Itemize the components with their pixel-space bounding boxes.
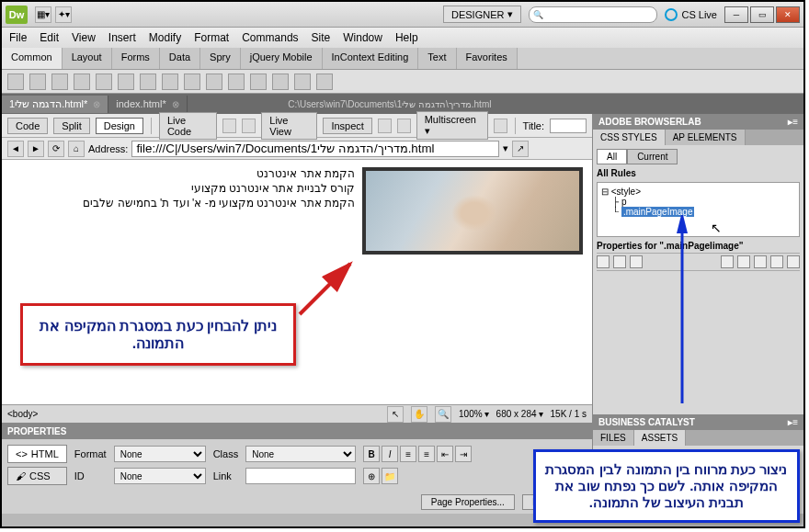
maximize-button[interactable]: ▭ xyxy=(750,6,774,23)
outdent-button[interactable]: ⇤ xyxy=(437,446,453,462)
code-view-button[interactable]: Code xyxy=(7,118,48,134)
menu-view[interactable]: View xyxy=(72,31,96,44)
prop-icon[interactable] xyxy=(787,255,800,268)
insert-tab-common[interactable]: Common xyxy=(2,48,63,69)
insert-icon[interactable] xyxy=(118,74,134,90)
id-select[interactable]: None xyxy=(114,468,206,484)
menu-insert[interactable]: Insert xyxy=(108,31,136,44)
menu-format[interactable]: Format xyxy=(194,31,229,44)
italic-button[interactable]: I xyxy=(382,446,398,462)
html-tab[interactable]: <> HTML xyxy=(7,445,67,463)
menu-file[interactable]: File xyxy=(9,31,27,44)
menu-edit[interactable]: Edit xyxy=(40,31,59,44)
insert-tab-jquery[interactable]: jQuery Mobile xyxy=(241,48,323,69)
address-options-icon[interactable]: ↗ xyxy=(512,141,529,157)
toolbar-icon[interactable] xyxy=(242,119,256,133)
insert-icon[interactable] xyxy=(140,74,156,90)
menu-help[interactable]: Help xyxy=(395,31,418,44)
ap-elements-tab[interactable]: AP ELEMENTS xyxy=(666,130,746,145)
workspace-switcher[interactable]: DESIGNER▾ xyxy=(443,6,521,23)
menu-window[interactable]: Window xyxy=(343,31,382,44)
tag-selector[interactable]: <body> xyxy=(7,409,38,419)
insert-tab-spry[interactable]: Spry xyxy=(200,48,241,69)
insert-icon[interactable] xyxy=(316,74,333,90)
menu-commands[interactable]: Commands xyxy=(242,31,298,44)
forward-button[interactable]: ► xyxy=(28,141,44,157)
design-canvas[interactable]: הקמת אתר אינטרנט קורס לבניית אתר אינטרנט… xyxy=(2,160,592,404)
link-target-icon[interactable]: ⊕ xyxy=(363,468,380,484)
link-browse-icon[interactable]: 📁 xyxy=(382,468,398,484)
business-catalyst-header[interactable]: BUSINESS CATALYST▸≡ xyxy=(593,414,803,430)
live-code-button[interactable]: Live Code xyxy=(159,112,218,140)
insert-icon[interactable] xyxy=(7,74,24,90)
toolbar-icon[interactable] xyxy=(222,119,236,133)
doc-tab[interactable]: הדגמה שלי1.html*⊗ xyxy=(2,96,108,113)
browserlab-panel-header[interactable]: ADOBE BROWSERLAB▸≡ xyxy=(593,114,803,130)
toolbar-icon[interactable] xyxy=(378,119,392,133)
insert-icon[interactable] xyxy=(250,74,267,90)
insert-tab-favorites[interactable]: Favorites xyxy=(457,48,518,69)
current-button[interactable]: Current xyxy=(627,149,678,164)
status-icon[interactable]: ✋ xyxy=(411,406,427,423)
inspect-button[interactable]: Inspect xyxy=(323,118,371,134)
prop-icon[interactable] xyxy=(754,255,767,268)
indent-button[interactable]: ⇥ xyxy=(455,446,472,462)
canvas-dimensions[interactable]: 680 x 284 ▾ xyxy=(496,409,543,419)
link-input[interactable] xyxy=(245,468,356,484)
prop-icon[interactable] xyxy=(737,255,750,268)
page-properties-button[interactable]: Page Properties... xyxy=(421,494,515,510)
toolbar-icon[interactable] xyxy=(397,119,411,133)
search-input[interactable] xyxy=(529,6,657,23)
insert-icon[interactable] xyxy=(228,74,245,90)
insert-tab-layout[interactable]: Layout xyxy=(63,48,112,69)
address-input[interactable] xyxy=(131,141,499,157)
list-ul-button[interactable]: ≡ xyxy=(400,446,416,462)
css-tab[interactable]: 🖌 CSS xyxy=(7,467,67,485)
close-tab-icon[interactable]: ⊗ xyxy=(93,99,100,109)
css-rules-tree[interactable]: ⊟ <style> ├ p └ .mainPageImage xyxy=(597,182,800,237)
extend-menu-icon[interactable]: ✦▾ xyxy=(55,6,72,23)
insert-tab-text[interactable]: Text xyxy=(418,48,456,69)
insert-icon[interactable] xyxy=(272,74,289,90)
css-styles-tab[interactable]: CSS STYLES xyxy=(593,130,666,145)
layout-menu-icon[interactable]: ▦▾ xyxy=(35,6,51,23)
insert-tab-forms[interactable]: Forms xyxy=(112,48,160,69)
format-select[interactable]: None xyxy=(114,446,206,462)
refresh-button[interactable]: ⟳ xyxy=(48,141,64,157)
insert-icon[interactable] xyxy=(294,74,311,90)
prop-icon[interactable] xyxy=(630,255,643,268)
all-button[interactable]: All xyxy=(597,149,627,164)
insert-tab-incontext[interactable]: InContext Editing xyxy=(323,48,419,69)
zoom-level[interactable]: 100% ▾ xyxy=(459,409,489,419)
multiscreen-button[interactable]: Multiscreen ▾ xyxy=(416,111,488,140)
prop-icon[interactable] xyxy=(597,255,610,268)
assets-tab[interactable]: ASSETS xyxy=(634,430,686,446)
insert-icon[interactable] xyxy=(206,74,222,90)
files-tab[interactable]: FILES xyxy=(593,430,634,446)
prop-icon[interactable] xyxy=(613,255,626,268)
insert-tab-data[interactable]: Data xyxy=(160,48,200,69)
cs-live-button[interactable]: CS Live xyxy=(665,8,717,21)
properties-header[interactable]: PROPERTIES xyxy=(2,424,592,439)
insert-icon[interactable] xyxy=(74,74,90,90)
title-input[interactable] xyxy=(550,119,587,133)
status-icon[interactable]: ↖ xyxy=(387,406,404,423)
prop-icon[interactable] xyxy=(721,255,734,268)
prop-icon[interactable] xyxy=(770,255,783,268)
doc-tab[interactable]: index.html*⊗ xyxy=(108,96,187,112)
class-select[interactable]: None xyxy=(245,446,356,462)
insert-icon[interactable] xyxy=(96,74,112,90)
menu-site[interactable]: Site xyxy=(312,31,331,44)
insert-icon[interactable] xyxy=(51,74,68,90)
home-button[interactable]: ⌂ xyxy=(68,141,85,157)
minimize-button[interactable]: ─ xyxy=(724,6,748,23)
insert-icon[interactable] xyxy=(162,74,178,90)
insert-icon[interactable] xyxy=(184,74,200,90)
close-button[interactable]: ✕ xyxy=(776,6,800,23)
main-page-image[interactable] xyxy=(362,167,583,255)
close-tab-icon[interactable]: ⊗ xyxy=(172,99,179,109)
back-button[interactable]: ◄ xyxy=(7,141,24,157)
toolbar-icon[interactable] xyxy=(494,119,507,133)
live-view-button[interactable]: Live View xyxy=(261,112,317,140)
split-view-button[interactable]: Split xyxy=(53,118,89,134)
